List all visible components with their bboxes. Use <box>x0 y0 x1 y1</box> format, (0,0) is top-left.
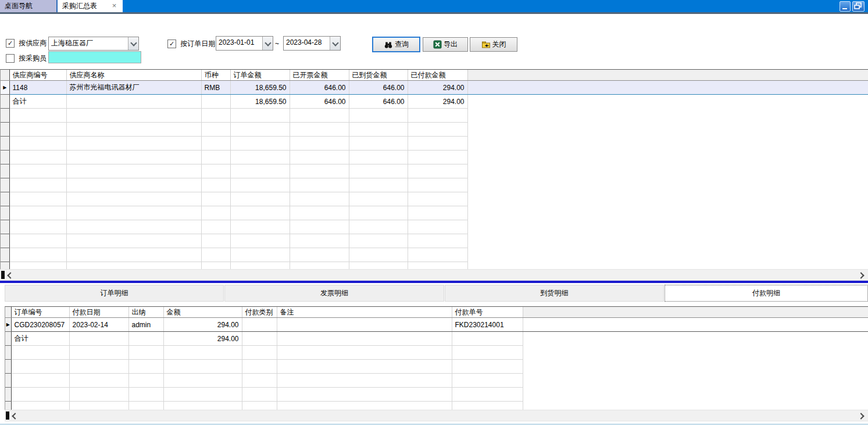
restore-button[interactable] <box>852 1 865 12</box>
cell-currency[interactable]: RMB <box>201 81 230 95</box>
empty-cell <box>290 248 349 262</box>
minimize-button[interactable] <box>840 1 851 12</box>
row-filler <box>467 262 868 270</box>
detail-horizontal-scrollbar[interactable] <box>5 410 868 421</box>
cell-total-label[interactable]: 合计 <box>11 332 69 346</box>
date-to-combobox[interactable]: 2023-04-28 <box>283 36 341 51</box>
purchaser-checkbox[interactable] <box>6 54 15 63</box>
summary-horizontal-scrollbar[interactable] <box>0 269 868 281</box>
cell-total-invoiced-amount[interactable]: 646.00 <box>290 95 349 109</box>
query-button[interactable]: 查询 <box>372 37 420 52</box>
scrollbar-grip[interactable] <box>6 411 9 420</box>
tab-payment-detail[interactable]: 付款明细 <box>665 285 868 302</box>
date-to-dropdown-button[interactable] <box>330 37 340 50</box>
supplier-combobox-value[interactable]: 上海稳压器厂 <box>51 37 127 50</box>
chevron-left-icon[interactable] <box>7 272 13 278</box>
cell[interactable] <box>69 332 128 346</box>
cell-cashier[interactable]: admin <box>128 318 163 332</box>
empty-cell <box>408 178 467 192</box>
cell-order-number[interactable]: CGD230208057 <box>11 318 69 332</box>
empty-cell <box>277 402 452 411</box>
empty-cell <box>408 192 467 206</box>
cell[interactable] <box>66 95 201 109</box>
tab-order-detail[interactable]: 订单明细 <box>5 285 224 302</box>
empty-cell <box>230 109 290 123</box>
close-report-button[interactable]: 关闭 <box>470 37 517 52</box>
supplier-filter[interactable]: ✓ 按供应商 <box>6 38 47 48</box>
date-from-dropdown-button[interactable] <box>262 37 273 50</box>
empty-cell <box>128 374 163 388</box>
empty-cell <box>69 388 128 402</box>
cell-total-label[interactable]: 合计 <box>9 95 66 109</box>
date-from-value[interactable]: 2023-01-01 <box>219 37 261 50</box>
empty-cell <box>69 346 128 360</box>
empty-cell <box>230 178 290 192</box>
empty-cell <box>9 178 66 192</box>
cell-invoiced-amount[interactable]: 646.00 <box>290 81 349 95</box>
cell[interactable] <box>277 332 452 346</box>
tab-desktop-navigation[interactable]: 桌面导航 <box>0 0 58 12</box>
cell-order-amount[interactable]: 18,659.50 <box>230 81 290 95</box>
tab-arrival-detail[interactable]: 到货明细 <box>445 285 664 302</box>
cell-total-paid-amount[interactable]: 294.00 <box>408 95 467 109</box>
cell-payment-date[interactable]: 2023-02-14 <box>69 318 128 332</box>
tab-invoice-detail[interactable]: 发票明细 <box>224 285 444 302</box>
close-icon[interactable]: × <box>106 0 122 12</box>
empty-cell <box>128 402 163 411</box>
chevron-right-icon[interactable] <box>858 413 864 419</box>
cell-total-amount[interactable]: 294.00 <box>163 332 242 346</box>
table-row-total[interactable]: 合计 18,659.50 646.00 646.00 294.00 <box>1 95 868 109</box>
cell[interactable] <box>452 332 523 346</box>
table-row-empty <box>5 388 868 402</box>
empty-cell <box>349 262 408 270</box>
table-row-empty <box>5 374 868 388</box>
row-selector <box>5 374 11 388</box>
cell-supplier-code[interactable]: 1148 <box>9 81 66 95</box>
row-filler <box>467 123 868 137</box>
empty-cell <box>408 234 467 248</box>
cell-supplier-name[interactable]: 苏州市光福电讯器材厂 <box>66 81 201 95</box>
cell[interactable] <box>201 95 230 109</box>
empty-cell <box>408 151 467 164</box>
window-tab-bar: 桌面导航 采购汇总表 × <box>0 0 868 14</box>
cell-amount[interactable]: 294.00 <box>163 318 242 332</box>
date-from-combobox[interactable]: 2023-01-01 <box>216 36 273 51</box>
table-row[interactable]: ▶ CGD230208057 2023-02-14 admin 294.00 F… <box>5 318 868 332</box>
purchaser-filter[interactable]: 按采购员 <box>6 53 47 63</box>
supplier-combobox[interactable]: 上海稳压器厂 <box>48 37 139 51</box>
payment-detail-table: 订单编号 付款日期 出纳 金额 付款类别 备注 付款单号 ▶ CGD230208… <box>5 306 868 410</box>
table-row[interactable]: ▶ 1148 苏州市光福电讯器材厂 RMB 18,659.50 646.00 6… <box>1 81 868 95</box>
pane-divider[interactable] <box>0 281 868 283</box>
cell-total-arrived-amount[interactable]: 646.00 <box>349 95 408 109</box>
cell-total-order-amount[interactable]: 18,659.50 <box>230 95 290 109</box>
empty-cell <box>66 262 201 270</box>
header-filler <box>467 70 868 81</box>
cell-payment-type[interactable] <box>242 318 277 332</box>
table-row-empty <box>1 109 868 123</box>
row-selector <box>5 388 11 402</box>
row-selector <box>1 95 9 109</box>
supplier-checkbox[interactable]: ✓ <box>6 39 15 48</box>
empty-cell <box>290 151 349 164</box>
cell[interactable] <box>242 332 277 346</box>
column-header-remark: 备注 <box>277 307 452 318</box>
cell[interactable] <box>128 332 163 346</box>
export-button[interactable]: 导出 <box>423 37 468 52</box>
cell-arrived-amount[interactable]: 646.00 <box>349 81 408 95</box>
date-to-value[interactable]: 2023-04-28 <box>286 37 328 50</box>
empty-cell <box>242 402 277 411</box>
empty-cell <box>242 346 277 360</box>
row-filler <box>523 374 868 388</box>
chevron-left-icon[interactable] <box>12 413 18 419</box>
empty-cell <box>66 109 201 123</box>
scrollbar-grip[interactable] <box>1 271 5 279</box>
supplier-dropdown-button[interactable] <box>128 37 138 50</box>
order-date-checkbox[interactable]: ✓ <box>167 40 176 48</box>
cell-remark[interactable] <box>277 318 452 332</box>
cell-paid-amount[interactable]: 294.00 <box>408 81 467 95</box>
order-date-filter[interactable]: ✓ 按订单日期 <box>167 39 215 49</box>
chevron-right-icon[interactable] <box>858 272 864 278</box>
purchaser-input[interactable] <box>48 51 141 63</box>
table-row-total[interactable]: 合计 294.00 <box>5 332 868 346</box>
cell-payment-number[interactable]: FKD230214001 <box>452 318 523 332</box>
